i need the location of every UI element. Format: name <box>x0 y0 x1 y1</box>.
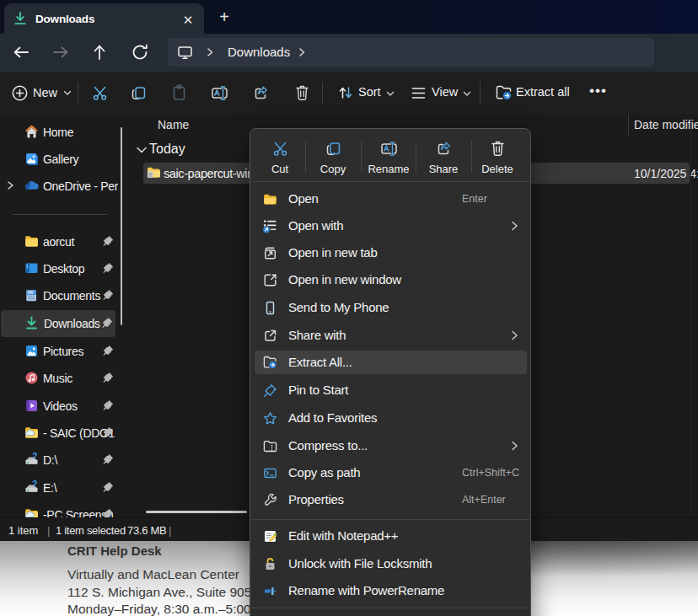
svg-text:?: ? <box>32 453 37 461</box>
svg-text:?: ? <box>32 480 37 489</box>
